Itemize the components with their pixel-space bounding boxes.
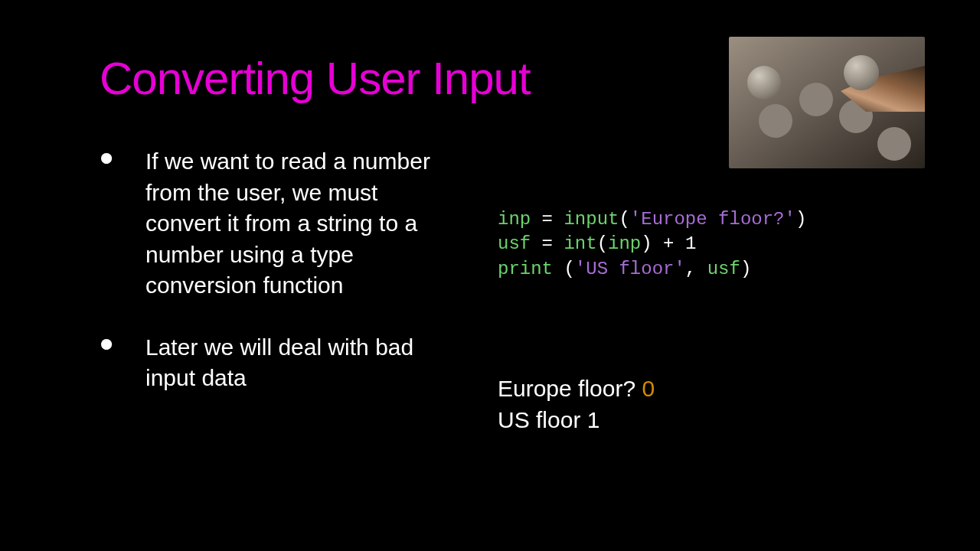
code-block: inp = input('Europe floor?') usf = int(i… <box>498 207 926 282</box>
output-line: Europe floor? 0 <box>498 373 926 405</box>
slide: Converting User Input If we want to read… <box>0 0 980 551</box>
code-string: 'US floor' <box>575 259 685 279</box>
code-text: ( <box>564 259 574 279</box>
code-column: inp = input('Europe floor?') usf = int(i… <box>498 146 926 435</box>
code-arg: usf <box>707 259 740 279</box>
code-text: ) <box>795 209 806 230</box>
code-text: + 1 <box>652 233 697 254</box>
code-arg: inp <box>608 233 641 254</box>
output-prompt: Europe floor? <box>498 376 642 401</box>
bullet-item: If we want to read a number from the use… <box>100 146 436 302</box>
output-line: US floor 1 <box>498 405 926 436</box>
code-text: ( <box>597 233 608 254</box>
code-text: ) <box>740 259 751 279</box>
bullet-item: Later we will deal with bad input data <box>100 332 436 394</box>
code-var: usf <box>498 233 531 254</box>
code-text: , <box>685 259 707 279</box>
slide-body: If we want to read a number from the use… <box>100 146 926 435</box>
hand-icon <box>841 66 925 112</box>
elevator-image <box>729 37 925 168</box>
code-var: inp <box>498 209 531 230</box>
code-string: 'Europe floor?' <box>630 209 795 230</box>
output-result-value: 1 <box>587 407 600 432</box>
code-func: input <box>564 209 619 230</box>
code-text: = <box>531 209 564 230</box>
output-user-input: 0 <box>642 376 655 401</box>
output-block: Europe floor? 0 US floor 1 <box>498 373 926 435</box>
code-text: ) <box>641 233 652 254</box>
code-func: int <box>564 233 596 254</box>
bullet-column: If we want to read a number from the use… <box>100 146 436 435</box>
bullet-list: If we want to read a number from the use… <box>100 146 436 394</box>
code-text: = <box>531 233 564 254</box>
code-func: print <box>498 259 553 279</box>
code-text: ( <box>619 209 629 230</box>
code-text <box>553 259 564 279</box>
output-result-label: US floor <box>498 407 587 432</box>
